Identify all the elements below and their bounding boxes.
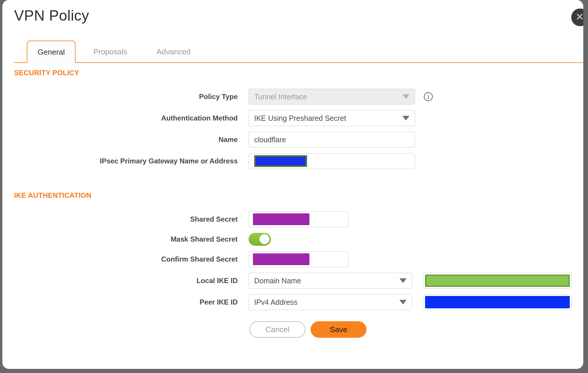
chevron-down-icon xyxy=(402,94,409,99)
chevron-down-icon xyxy=(399,278,407,283)
peer-ike-id-value: IPv4 Address xyxy=(254,298,297,307)
auth-method-select[interactable]: IKE Using Preshared Secret xyxy=(249,110,415,126)
local-ike-id-redacted-value xyxy=(425,275,570,287)
save-button[interactable]: Save xyxy=(311,321,367,338)
local-ike-id-input[interactable] xyxy=(423,273,572,289)
chevron-down-icon xyxy=(399,300,407,305)
dialog-actions: Cancel Save xyxy=(249,321,583,338)
policy-type-row: Policy Type Tunnel Interface i xyxy=(2,89,583,105)
confirm-shared-secret-input[interactable] xyxy=(249,251,349,267)
shared-secret-row: Shared Secret xyxy=(2,211,583,227)
tab-advanced[interactable]: Advanced xyxy=(149,41,198,62)
page-title: VPN Policy xyxy=(14,7,583,24)
shared-secret-input[interactable] xyxy=(249,211,349,227)
gateway-row: IPsec Primary Gateway Name or Address xyxy=(2,153,583,169)
vpn-policy-dialog: ✕ VPN Policy General Proposals Advanced … xyxy=(2,0,583,369)
peer-ike-id-select[interactable]: IPv4 Address xyxy=(249,294,412,310)
confirm-shared-secret-label: Confirm Shared Secret xyxy=(2,255,238,263)
mask-shared-secret-toggle[interactable] xyxy=(249,233,271,246)
confirm-shared-secret-redacted-value xyxy=(253,253,309,265)
tab-proposals[interactable]: Proposals xyxy=(86,41,135,62)
section-security-policy: SECURITY POLICY xyxy=(14,69,583,77)
auth-method-value: IKE Using Preshared Secret xyxy=(254,114,346,123)
cancel-button[interactable]: Cancel xyxy=(249,321,305,338)
policy-type-select: Tunnel Interface xyxy=(249,89,415,105)
peer-ike-id-redacted-value xyxy=(425,296,570,308)
confirm-shared-secret-row: Confirm Shared Secret xyxy=(2,251,583,267)
local-ike-id-value: Domain Name xyxy=(254,277,301,285)
local-ike-id-row: Local IKE ID Domain Name xyxy=(2,273,583,289)
gateway-input[interactable] xyxy=(249,153,415,169)
chevron-down-icon xyxy=(402,116,409,121)
auth-method-row: Authentication Method IKE Using Preshare… xyxy=(2,110,583,126)
peer-ike-id-row: Peer IKE ID IPv4 Address xyxy=(2,294,583,310)
local-ike-id-label: Local IKE ID xyxy=(2,277,238,285)
gateway-redacted-value xyxy=(254,155,307,167)
peer-ike-id-label: Peer IKE ID xyxy=(2,298,238,306)
local-ike-id-select[interactable]: Domain Name xyxy=(249,273,412,289)
gateway-label: IPsec Primary Gateway Name or Address xyxy=(2,157,238,165)
name-input[interactable] xyxy=(249,132,415,148)
tab-general[interactable]: General xyxy=(27,41,76,63)
policy-type-label: Policy Type xyxy=(2,93,238,101)
tabs-bar: General Proposals Advanced xyxy=(14,41,583,63)
mask-shared-secret-label: Mask Shared Secret xyxy=(2,235,238,243)
shared-secret-label: Shared Secret xyxy=(2,215,238,223)
shared-secret-redacted-value xyxy=(253,213,309,225)
name-row: Name xyxy=(2,132,583,148)
toggle-knob xyxy=(259,234,269,244)
auth-method-label: Authentication Method xyxy=(2,114,238,122)
policy-type-value: Tunnel Interface xyxy=(254,93,307,101)
mask-shared-secret-row: Mask Shared Secret xyxy=(2,233,583,246)
info-icon[interactable]: i xyxy=(424,92,433,101)
peer-ike-id-input[interactable] xyxy=(423,294,572,310)
section-ike-authentication: IKE AUTHENTICATION xyxy=(14,191,583,200)
name-label: Name xyxy=(2,136,238,144)
